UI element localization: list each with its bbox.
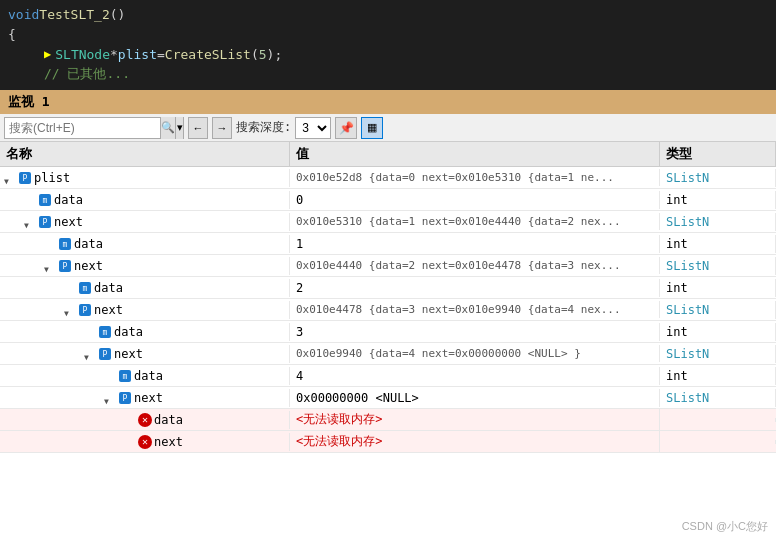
name-cell-plist-data: m data bbox=[0, 191, 290, 209]
grid-icon: ▦ bbox=[367, 121, 377, 134]
svg-text:m: m bbox=[83, 284, 88, 293]
expand-icon[interactable] bbox=[24, 217, 34, 227]
table-row[interactable]: P plist 0x010e52d8 {data=0 next=0x010e53… bbox=[0, 167, 776, 189]
search-button[interactable]: 🔍 bbox=[160, 117, 175, 139]
code-rparen-semi: ); bbox=[267, 47, 283, 62]
name-cell: m data bbox=[0, 235, 290, 253]
value-cell: 0x00000000 <NULL> bbox=[290, 389, 660, 407]
value-cell: 2 bbox=[290, 279, 660, 297]
search-input-wrapper[interactable]: 🔍 ▾ bbox=[4, 117, 184, 139]
name-text: plist bbox=[34, 171, 70, 185]
code-line-4: // 已其他... bbox=[0, 64, 776, 84]
name-cell-error-data: ✕ data bbox=[0, 411, 290, 429]
svg-text:P: P bbox=[103, 350, 108, 359]
svg-text:m: m bbox=[123, 372, 128, 381]
name-text: data bbox=[94, 281, 123, 295]
code-5: 5 bbox=[259, 47, 267, 62]
table-row[interactable]: m data 4 int bbox=[0, 365, 776, 387]
name-text: data bbox=[114, 325, 143, 339]
expand-icon[interactable] bbox=[104, 393, 114, 403]
toolbar-grid-button[interactable]: ▦ bbox=[361, 117, 383, 139]
value-cell: 4 bbox=[290, 367, 660, 385]
name-text: data bbox=[74, 237, 103, 251]
name-cell: m data bbox=[0, 367, 290, 385]
table-row[interactable]: P next 0x010e4440 {data=2 next=0x010e447… bbox=[0, 255, 776, 277]
nav-back-button[interactable]: ← bbox=[188, 117, 208, 139]
header-type: 类型 bbox=[660, 142, 776, 166]
watch-window: 监视 1 🔍 ▾ ← → 搜索深度: 3 5 10 📌 ▦ bbox=[0, 90, 776, 538]
code-parens: () bbox=[110, 7, 126, 22]
type-cell bbox=[660, 440, 776, 444]
expand-icon[interactable] bbox=[84, 349, 94, 359]
table-row[interactable]: P next 0x010e5310 {data=1 next=0x010e444… bbox=[0, 211, 776, 233]
pointer-icon: P bbox=[98, 347, 112, 361]
type-cell: SListN bbox=[660, 389, 776, 407]
arrow-left-icon: ← bbox=[193, 122, 204, 134]
table-row[interactable]: m data 0 int bbox=[0, 189, 776, 211]
code-assign: = bbox=[157, 47, 165, 62]
value-cell: 0x010e5310 {data=1 next=0x010e4440 {data… bbox=[290, 213, 660, 230]
pointer-icon: P bbox=[18, 171, 32, 185]
value-cell-plist: 0x010e52d8 {data=0 next=0x010e5310 {data… bbox=[290, 169, 660, 186]
table-row[interactable]: P next 0x00000000 <NULL> SListN bbox=[0, 387, 776, 409]
member-icon: m bbox=[78, 281, 92, 295]
table-row[interactable]: m data 1 int bbox=[0, 233, 776, 255]
code-star: * bbox=[110, 47, 118, 62]
table-area: 名称 值 类型 P plist 0x010e52d8 {data=0 next=… bbox=[0, 142, 776, 538]
name-text: next bbox=[114, 347, 143, 361]
header-name: 名称 bbox=[0, 142, 290, 166]
type-cell bbox=[660, 418, 776, 422]
name-text: data bbox=[134, 369, 163, 383]
table-row[interactable]: P next 0x010e4478 {data=3 next=0x010e994… bbox=[0, 299, 776, 321]
expand-icon-plist[interactable] bbox=[4, 173, 14, 183]
depth-label: 搜索深度: bbox=[236, 119, 291, 136]
value-cell: 1 bbox=[290, 235, 660, 253]
member-icon: m bbox=[38, 193, 52, 207]
name-cell-plist: P plist bbox=[0, 169, 290, 187]
svg-text:m: m bbox=[103, 328, 108, 337]
value-cell: 0x010e9940 {data=4 next=0x00000000 <NULL… bbox=[290, 345, 660, 362]
pointer-icon: P bbox=[78, 303, 92, 317]
table-row[interactable]: ✕ data <无法读取内存> bbox=[0, 409, 776, 431]
expand-icon[interactable] bbox=[64, 305, 74, 315]
depth-select[interactable]: 3 5 10 bbox=[295, 117, 331, 139]
member-icon: m bbox=[118, 369, 132, 383]
search-dropdown-button[interactable]: ▾ bbox=[175, 117, 183, 139]
arrow-indicator: ▶ bbox=[44, 47, 51, 61]
svg-text:P: P bbox=[83, 306, 88, 315]
type-cell: int bbox=[660, 367, 776, 385]
code-comment: // 已其他... bbox=[44, 65, 130, 83]
error-icon: ✕ bbox=[138, 435, 152, 449]
code-line-2: { bbox=[0, 24, 776, 44]
name-text: next bbox=[154, 435, 183, 449]
value-cell: 0 bbox=[290, 191, 660, 209]
search-input[interactable] bbox=[5, 118, 160, 138]
name-cell: P next bbox=[0, 257, 290, 275]
arrow-right-icon: → bbox=[217, 122, 228, 134]
pointer-icon: P bbox=[118, 391, 132, 405]
type-cell: SListN bbox=[660, 301, 776, 319]
type-cell-plist: SListN bbox=[660, 169, 776, 187]
nav-forward-button[interactable]: → bbox=[212, 117, 232, 139]
toolbar-pin-button[interactable]: 📌 bbox=[335, 117, 357, 139]
table-row[interactable]: m data 2 int bbox=[0, 277, 776, 299]
table-row[interactable]: P next 0x010e9940 {data=4 next=0x0000000… bbox=[0, 343, 776, 365]
table-row[interactable]: m data 3 int bbox=[0, 321, 776, 343]
code-line-1: void TestSLT_2 () bbox=[0, 4, 776, 24]
name-cell: m data bbox=[0, 279, 290, 297]
name-text: next bbox=[74, 259, 103, 273]
search-bar: 🔍 ▾ ← → 搜索深度: 3 5 10 📌 ▦ bbox=[0, 114, 776, 142]
svg-text:P: P bbox=[23, 174, 28, 183]
type-cell: int bbox=[660, 323, 776, 341]
func-createslist: CreateSList bbox=[165, 47, 251, 62]
table-header: 名称 值 类型 bbox=[0, 142, 776, 167]
pointer-icon: P bbox=[58, 259, 72, 273]
table-row[interactable]: ✕ next <无法读取内存> bbox=[0, 431, 776, 453]
pin-icon: 📌 bbox=[339, 121, 354, 135]
keyword-void: void bbox=[8, 7, 39, 22]
name-cell: P next bbox=[0, 389, 290, 407]
expand-icon[interactable] bbox=[44, 261, 54, 271]
type-cell: int bbox=[660, 191, 776, 209]
name-cell-error-next: ✕ next bbox=[0, 433, 290, 451]
error-icon: ✕ bbox=[138, 413, 152, 427]
